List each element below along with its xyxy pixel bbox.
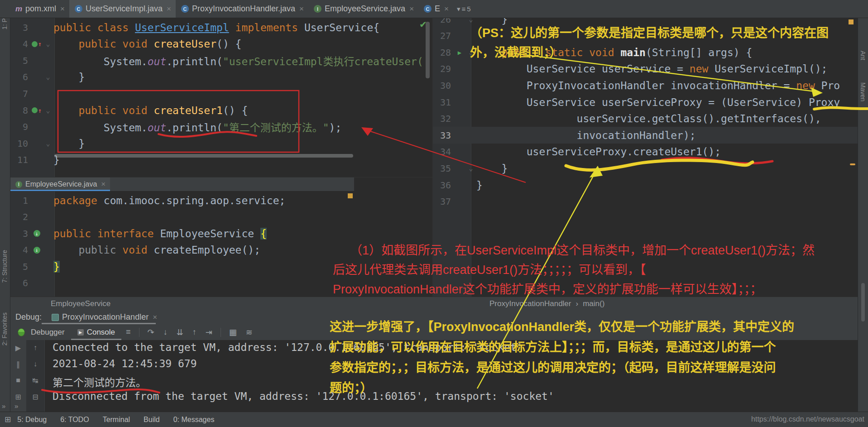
line-number[interactable]: 4 (10, 38, 31, 49)
fold-marker-icon[interactable]: ⌄ (43, 73, 53, 81)
fold-marker-icon[interactable]: ⌄ (465, 48, 476, 57)
fold-marker-icon[interactable]: ⌄ (43, 139, 53, 148)
scroll-to-bottom-icon[interactable]: ↓ (26, 360, 44, 368)
line-number[interactable]: 35 (433, 163, 454, 174)
breadcrumb-class[interactable]: ProxyInvocationHandler (489, 299, 571, 308)
code-line-36[interactable]: 36} (433, 177, 858, 193)
code-line-35[interactable]: 35⌄ } (433, 160, 858, 177)
tab-EmployeeService.java[interactable]: IEmployeeService.java× (308, 0, 418, 18)
line-number[interactable]: 28 (433, 47, 454, 58)
tab-pom.xml[interactable]: mpom.xml× (10, 0, 69, 18)
breadcrumb-method[interactable]: main() (583, 299, 604, 308)
step-into-icon[interactable]: ↓ (163, 327, 168, 337)
toolwindow-button-maven[interactable]: Maven (859, 82, 867, 101)
code-line-34[interactable]: 34 userServiceProxy.createUser1(); (433, 144, 858, 160)
statusbar-build[interactable]: Build (144, 416, 160, 424)
close-icon[interactable]: × (444, 5, 449, 14)
pause-icon[interactable]: ∥ (10, 360, 26, 369)
statusbar-debug[interactable]: 5: Debug (17, 416, 47, 424)
soft-wrap-icon[interactable]: ↹ (26, 376, 44, 385)
line-number[interactable]: 33 (433, 130, 454, 141)
force-step-into-icon[interactable]: ⇊ (177, 327, 183, 337)
options-menu-icon[interactable]: ≡ (126, 327, 131, 337)
scroll-to-top-icon[interactable]: ↑ (26, 344, 44, 352)
line-number[interactable]: 37 (433, 196, 454, 207)
hide-stripe-icon[interactable]: » (14, 402, 18, 410)
statusbar-todo[interactable]: 6: TODO (60, 416, 89, 424)
tab-EmployeeService.java[interactable]: IEmployeeService.java× (10, 178, 110, 191)
code-line-3[interactable]: 3↓public interface EmployeeService { (10, 225, 354, 242)
line-number[interactable]: 31 (433, 97, 454, 108)
implemented-method-icon[interactable]: ↓ (34, 247, 40, 254)
code-line-4[interactable]: 4↑⌄ public void createUser() { (10, 36, 432, 53)
editor-proxyinvocationhandler[interactable]: 26⌄ }2728▶⌄ public static void main(Stri… (433, 18, 858, 297)
code-line-26[interactable]: 26⌄ } (433, 18, 858, 28)
line-number[interactable]: 6 (10, 72, 31, 82)
code-line-29[interactable]: 29 UserService userService = new UserSer… (433, 61, 858, 77)
tab-UserServiceImpl.java[interactable]: CUserServiceImpl.java× (69, 0, 176, 18)
line-number[interactable]: 9 (10, 121, 31, 132)
code-line-1[interactable]: 1package com.imooc.spring.aop.service; (10, 192, 354, 209)
line-number[interactable]: 10 (10, 138, 31, 149)
scrollbar-thumb[interactable] (861, 283, 865, 321)
stop-icon[interactable]: ■ (10, 376, 26, 384)
code-line-31[interactable]: 31 UserService userServiceProxy = (UserS… (433, 94, 858, 110)
line-number[interactable]: 6 (10, 278, 31, 288)
line-number[interactable]: 3 (10, 22, 31, 33)
debug-session-tab[interactable]: ProxyInvocationHandler × (52, 312, 157, 322)
code-line-30[interactable]: 30 ProxyInvocationHandler invocationHand… (433, 77, 858, 94)
clear-console-icon[interactable]: ⊟ (26, 393, 44, 401)
toolwindow-button-structure[interactable]: 7: Structure (1, 250, 8, 283)
run-line-icon[interactable]: ▶ (458, 49, 461, 56)
toolwindow-button-favorites[interactable]: 2: Favorites (1, 312, 8, 345)
code-line-8[interactable]: 8↑⌄ public void createUser1() { (10, 102, 432, 119)
line-number[interactable]: 11 (10, 154, 31, 165)
toolwindow-button-ant[interactable]: Ant (859, 51, 867, 60)
step-out-icon[interactable]: ↑ (192, 327, 197, 337)
line-number[interactable]: 29 (433, 63, 454, 74)
close-icon[interactable]: × (167, 5, 171, 14)
debug-tab-console[interactable]: ▶Console (71, 324, 121, 340)
code-line-5[interactable]: 5 System.out.println("userServiceImpl类执行… (10, 52, 432, 69)
line-number[interactable]: 30 (433, 80, 454, 91)
code-line-4[interactable]: 4↓ public void createEmployee(); (10, 242, 354, 259)
line-number[interactable]: 4 (10, 245, 31, 255)
line-number[interactable]: 7 (10, 88, 31, 99)
code-line-37[interactable]: 37 (433, 193, 858, 210)
line-number[interactable]: 8 (10, 105, 31, 116)
restore-layout-icon[interactable]: ⊞ (10, 393, 26, 401)
close-icon[interactable]: × (409, 5, 414, 14)
line-number[interactable]: 3 (10, 228, 31, 239)
code-line-32[interactable]: 32 userService.getClass().getInterfaces(… (433, 110, 858, 127)
code-line-33[interactable]: 33 invocationHandler); (433, 127, 858, 144)
toolwindow-switcher-icon[interactable]: ⊞ (5, 415, 11, 424)
code-line-6[interactable]: 6⌄ } (10, 69, 432, 86)
code-line-28[interactable]: 28▶⌄ public static void main(String[] ar… (433, 44, 858, 61)
line-number[interactable]: 5 (10, 261, 31, 272)
code-line-9[interactable]: 9 System.out.println("第二个测试的方法。"); (10, 119, 432, 135)
line-number[interactable]: 26 (433, 18, 454, 25)
statusbar-messages[interactable]: 0: Messages (173, 416, 215, 424)
code-line-10[interactable]: 10⌄ } (10, 135, 432, 152)
code-line-6[interactable]: 6 (10, 275, 354, 292)
rerun-icon[interactable]: ▶ (10, 344, 26, 352)
statusbar-terminal[interactable]: Terminal (103, 416, 130, 424)
tab-list-control[interactable]: ▾≡5 (453, 0, 475, 18)
close-icon[interactable]: × (299, 5, 304, 14)
layout-settings-icon[interactable]: ≋ (246, 327, 253, 337)
tab-ProxyInvocationHandler.java[interactable]: CProxyInvocationHandler.java× (176, 0, 308, 18)
fold-marker-icon[interactable]: ⌄ (465, 164, 476, 173)
breadcrumb[interactable]: ProxyInvocationHandler › main() (489, 299, 604, 308)
hide-stripe-icon[interactable]: » (2, 402, 5, 410)
fold-marker-icon[interactable]: ⌄ (465, 18, 476, 24)
run-to-cursor-icon[interactable]: ⇥ (206, 327, 212, 337)
fold-marker-icon[interactable]: ⌄ (43, 40, 53, 48)
fold-marker-icon[interactable]: ⌄ (43, 106, 53, 115)
debug-tab-debugger[interactable]: Debugger (24, 324, 71, 340)
close-icon[interactable]: × (101, 180, 106, 189)
editor-userserviceimpl[interactable]: 3public class UserServiceImpl implements… (10, 18, 432, 178)
step-over-icon[interactable]: ↷ (148, 327, 154, 337)
evaluate-expression-icon[interactable]: ▦ (229, 327, 237, 337)
implemented-method-icon[interactable]: ↓ (34, 230, 40, 237)
code-line-2[interactable]: 2 (10, 209, 354, 225)
